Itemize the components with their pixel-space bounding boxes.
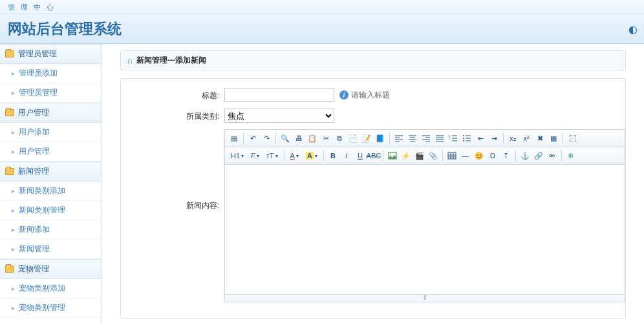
align-right-icon[interactable]: [420, 132, 433, 145]
sidebar-item-news-cat-manage[interactable]: ▸新闻类别管理: [0, 201, 102, 220]
sidebar-item-news-cat-add[interactable]: ▸新闻类别添加: [0, 182, 102, 201]
sidebar-item-label: 新闻管理: [19, 244, 50, 255]
sidebar-group-user[interactable]: 用户管理: [0, 103, 102, 123]
sidebar-item-label: 新闻类别添加: [19, 185, 65, 196]
flash-icon[interactable]: ⚡: [400, 149, 413, 162]
sidebar-group-pet[interactable]: 宠物管理: [0, 259, 102, 279]
category-select[interactable]: 焦点: [224, 109, 334, 123]
select-all-icon[interactable]: ▦: [547, 132, 560, 145]
category-label: 所属类别:: [121, 109, 224, 122]
redo-icon[interactable]: ↷: [260, 132, 273, 145]
italic-icon[interactable]: I: [340, 149, 353, 162]
cut-icon[interactable]: ✂: [319, 132, 332, 145]
underline-icon[interactable]: U: [354, 149, 367, 162]
header: 网站后台管理系统 ◐: [0, 14, 644, 44]
sidebar-item-admin-add[interactable]: ▸管理员添加: [0, 64, 102, 83]
sidebar: 管理员管理 ▸管理员添加 ▸管理员管理 用户管理 ▸用户添加 ▸用户管理 新闻管…: [0, 44, 102, 323]
sidebar-group-admin[interactable]: 管理员管理: [0, 44, 102, 64]
sidebar-group-label: 用户管理: [18, 107, 49, 118]
editor-toolbar-row1: ▤ ↶ ↷ 🔍 🖶 📋 ✂ ⧉ 📄 📝 📘: [225, 130, 625, 147]
folder-icon: [5, 50, 14, 57]
pagebreak-icon[interactable]: ⤒: [500, 149, 513, 162]
rich-editor: ▤ ↶ ↷ 🔍 🖶 📋 ✂ ⧉ 📄 📝 📘: [224, 129, 625, 302]
preview-icon[interactable]: 🔍: [279, 132, 292, 145]
heading-select[interactable]: H1▾: [228, 151, 247, 161]
bullet-icon: ▸: [12, 187, 15, 194]
print-icon[interactable]: 🖶: [292, 132, 305, 145]
subscript-icon[interactable]: x₂: [506, 132, 519, 145]
template-icon[interactable]: 📋: [306, 132, 319, 145]
info-icon: i: [339, 90, 349, 99]
highlight-select[interactable]: A▾: [303, 151, 321, 161]
sidebar-group-label: 宠物管理: [18, 264, 49, 275]
sidebar-item-pet-add[interactable]: ▸宠物添加: [0, 318, 102, 323]
superscript-icon[interactable]: x²: [520, 132, 533, 145]
editor-body: [225, 165, 625, 294]
copy-icon[interactable]: ⧉: [333, 132, 346, 145]
link-icon[interactable]: 🔗: [532, 149, 545, 162]
table-icon[interactable]: [445, 149, 458, 162]
folder-icon: [5, 109, 14, 116]
sidebar-item-news-manage[interactable]: ▸新闻管理: [0, 240, 102, 259]
ordered-list-icon[interactable]: 12: [447, 132, 460, 145]
file-icon[interactable]: 📎: [427, 149, 440, 162]
sidebar-item-pet-cat-add[interactable]: ▸宠物类别添加: [0, 279, 102, 298]
page-title: 网站后台管理系统: [8, 19, 636, 39]
editor-toolbar-row2: H1▾ F▾ тT▾ A▾ A▾ B I U ABC: [225, 147, 625, 165]
align-justify-icon[interactable]: [433, 132, 446, 145]
emoticon-icon[interactable]: 😊: [473, 149, 486, 162]
main-content: ⌂ 新闻管理---添加新闻 标题: i 请输入标题 所属类别: 焦点: [102, 44, 644, 323]
strike-icon[interactable]: ABC: [367, 149, 380, 162]
undo-icon[interactable]: ↶: [246, 132, 259, 145]
bold-icon[interactable]: B: [327, 149, 339, 162]
breadcrumb: ⌂ 新闻管理---添加新闻: [120, 50, 626, 70]
form-panel: 标题: i 请输入标题 所属类别: 焦点 新闻内容:: [120, 78, 626, 318]
sidebar-group-label: 新闻管理: [18, 166, 49, 177]
sidebar-item-pet-cat-manage[interactable]: ▸宠物类别管理: [0, 298, 102, 318]
top-nav: 管 理 中 心: [0, 0, 644, 14]
sidebar-group-news[interactable]: 新闻管理: [0, 162, 102, 182]
font-size-select[interactable]: тT▾: [263, 151, 281, 161]
fullscreen-icon[interactable]: ⛶: [566, 132, 579, 145]
media-icon[interactable]: 🎬: [413, 149, 426, 162]
sidebar-item-user-add[interactable]: ▸用户添加: [0, 123, 102, 142]
about-icon[interactable]: ❄: [564, 149, 577, 162]
home-icon: ⌂: [127, 56, 133, 65]
bullet-icon: ▸: [12, 304, 15, 311]
indent-icon[interactable]: ⇥: [488, 132, 500, 145]
special-char-icon[interactable]: Ω: [486, 149, 499, 162]
title-hint-text: 请输入标题: [351, 90, 390, 101]
folder-icon: [5, 266, 14, 273]
sidebar-group-label: 管理员管理: [18, 48, 57, 59]
header-icon[interactable]: ◐: [628, 23, 638, 36]
sidebar-item-news-add[interactable]: ▸新闻添加: [0, 220, 102, 240]
sidebar-item-admin-manage[interactable]: ▸管理员管理: [0, 83, 102, 103]
breadcrumb-text: 新闻管理---添加新闻: [136, 55, 206, 66]
hr-icon[interactable]: —: [459, 149, 472, 162]
paste-text-icon[interactable]: 📝: [360, 132, 373, 145]
align-center-icon[interactable]: [406, 132, 419, 145]
title-hint: i 请输入标题: [339, 90, 390, 101]
font-family-select[interactable]: F▾: [248, 151, 263, 161]
unordered-list-icon[interactable]: [460, 132, 473, 145]
sidebar-item-user-manage[interactable]: ▸用户管理: [0, 142, 102, 162]
source-icon[interactable]: ▤: [228, 132, 241, 145]
bullet-icon: ▸: [12, 245, 15, 253]
font-color-select[interactable]: A▾: [287, 151, 302, 161]
svg-point-6: [390, 154, 391, 155]
title-input[interactable]: [224, 88, 334, 102]
editor-resize-handle[interactable]: ⇕: [225, 294, 625, 302]
anchor-icon[interactable]: ⚓: [519, 149, 531, 162]
content-textarea[interactable]: [225, 165, 625, 294]
sidebar-item-label: 用户管理: [19, 146, 50, 157]
paste-word-icon[interactable]: 📘: [374, 132, 387, 145]
paste-icon[interactable]: 📄: [347, 132, 360, 145]
unlink-icon[interactable]: ⚮: [546, 149, 559, 162]
clear-format-icon[interactable]: ✖: [533, 132, 546, 145]
outdent-icon[interactable]: ⇤: [474, 132, 487, 145]
sidebar-item-label: 管理员添加: [19, 68, 58, 79]
align-left-icon[interactable]: [392, 132, 405, 145]
bullet-icon: ▸: [12, 89, 15, 96]
image-icon[interactable]: [386, 149, 399, 162]
svg-point-2: [463, 135, 464, 136]
